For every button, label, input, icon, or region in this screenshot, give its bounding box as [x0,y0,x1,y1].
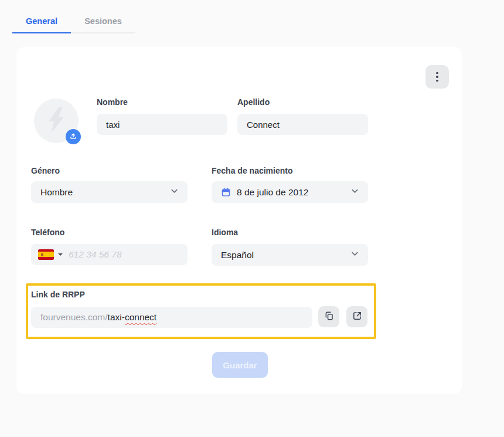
tab-general[interactable]: General [12,9,71,33]
upload-avatar-button[interactable] [66,129,81,144]
genero-label: Género [31,166,60,175]
idioma-value: Español [221,250,254,260]
save-button[interactable]: Guardar [212,352,268,378]
apellido-label: Apellido [237,97,270,107]
nombre-input[interactable] [97,114,227,135]
apellido-input[interactable] [237,114,368,135]
profile-card: Nombre Apellido Género Hombre Fecha de n… [16,47,462,394]
telefono-label: Teléfono [31,228,64,237]
spain-flag-icon[interactable] [38,249,54,260]
tab-bar: General Sesiones [12,9,135,33]
fecha-nacimiento-label: Fecha de nacimiento [212,166,292,175]
vertical-dots-icon [436,72,438,82]
tab-sesiones[interactable]: Sesiones [71,9,135,33]
idioma-select[interactable]: Español [212,244,368,266]
link-rrpp-input[interactable]: fourvenues.com/taxi-connect [31,307,312,328]
link-rrpp-label: Link de RRPP [31,290,85,299]
country-caret-icon[interactable] [58,253,63,256]
telefono-field [31,244,188,265]
calendar-icon [221,187,231,197]
link-slug-tail: connect [125,312,156,323]
fecha-nacimiento-select[interactable]: 8 de julio de 2012 [212,181,368,203]
page: General Sesiones [0,0,504,437]
idioma-label: Idioma [212,228,238,237]
genero-select[interactable]: Hombre [31,181,188,203]
copy-link-button[interactable] [318,306,339,327]
link-slug-head: taxi- [108,312,125,323]
fecha-nacimiento-value: 8 de julio de 2012 [237,187,308,198]
nombre-label: Nombre [97,97,128,107]
open-link-button[interactable] [346,306,367,327]
external-link-icon [352,310,363,323]
kebab-menu-button[interactable] [425,65,449,89]
telefono-input[interactable] [69,249,168,260]
chevron-down-icon [350,186,360,198]
lightning-bolt-icon [44,106,69,135]
copy-icon [323,310,335,323]
avatar [34,99,79,143]
chevron-down-icon [350,249,360,261]
genero-value: Hombre [40,187,73,198]
upload-icon [69,132,77,142]
chevron-down-icon [169,186,179,198]
link-prefix: fourvenues.com/ [40,312,108,323]
